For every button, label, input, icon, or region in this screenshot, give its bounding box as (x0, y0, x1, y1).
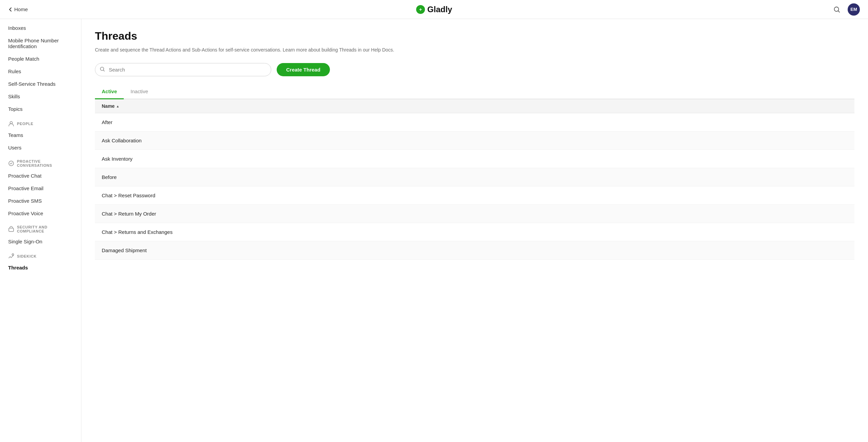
sidebar: Inboxes Mobile Phone Number Identificati… (0, 19, 81, 442)
search-icon (833, 6, 840, 13)
search-input-icon (100, 66, 105, 73)
sidebar-item-proactive-chat[interactable]: Proactive Chat (0, 169, 81, 182)
sidebar-item-mobile-phone[interactable]: Mobile Phone Number Identification (0, 34, 81, 53)
sidebar-item-rules[interactable]: Rules (0, 65, 81, 78)
layout: Inboxes Mobile Phone Number Identificati… (0, 19, 868, 442)
section-header-proactive: PROACTIVE CONVERSATIONS (0, 154, 81, 169)
top-nav-right: EM (831, 3, 860, 16)
table-row[interactable]: Chat > Return My Order (95, 205, 854, 223)
logo: + Gladly (416, 5, 452, 14)
main-content: Threads Create and sequence the Thread A… (81, 19, 868, 442)
logo-text: Gladly (427, 5, 452, 14)
create-thread-button[interactable]: Create Thread (277, 63, 330, 76)
table-row[interactable]: Chat > Reset Password (95, 186, 854, 205)
sort-arrow-icon: ▲ (116, 104, 119, 108)
top-nav: Home + Gladly EM (0, 0, 868, 19)
proactive-icon (8, 160, 14, 166)
content-card: Threads Create and sequence the Thread A… (81, 19, 868, 442)
sidebar-item-teams[interactable]: Teams (0, 129, 81, 141)
sidebar-item-people-match[interactable]: People Match (0, 53, 81, 65)
back-button[interactable]: Home (8, 6, 28, 12)
sidebar-item-proactive-email[interactable]: Proactive Email (0, 182, 81, 195)
search-wrapper (95, 63, 271, 76)
section-header-sidekick: SIDEKICK (0, 248, 81, 261)
svg-point-6 (12, 254, 14, 256)
sidebar-top-items: Inboxes Mobile Phone Number Identificati… (0, 22, 81, 115)
svg-rect-5 (9, 228, 14, 232)
sidekick-icon (8, 253, 14, 259)
global-search-button[interactable] (831, 4, 842, 15)
user-avatar[interactable]: EM (848, 3, 860, 16)
tab-active[interactable]: Active (95, 84, 124, 99)
sidebar-item-users[interactable]: Users (0, 141, 81, 154)
search-input[interactable] (95, 63, 271, 76)
back-label: Home (14, 6, 28, 12)
sidebar-item-threads[interactable]: Threads (0, 261, 81, 274)
person-icon (8, 121, 14, 127)
sidebar-item-inboxes[interactable]: Inboxes (0, 22, 81, 34)
security-icon (8, 226, 14, 232)
tabs: Active Inactive (95, 84, 854, 99)
sidebar-item-proactive-voice[interactable]: Proactive Voice (0, 207, 81, 220)
table-row[interactable]: Chat > Returns and Exchanges (95, 223, 854, 241)
table-header: Name ▲ (95, 99, 854, 113)
sidebar-item-self-service-threads[interactable]: Self-Service Threads (0, 78, 81, 90)
search-and-action: Create Thread (95, 63, 854, 76)
threads-list: AfterAsk CollaborationAsk InventoryBefor… (95, 113, 854, 260)
tab-inactive[interactable]: Inactive (124, 84, 155, 99)
page-description: Create and sequence the Thread Actions a… (95, 46, 854, 54)
sidebar-item-skills[interactable]: Skills (0, 90, 81, 103)
table-row[interactable]: After (95, 113, 854, 132)
sidebar-item-proactive-sms[interactable]: Proactive SMS (0, 195, 81, 207)
table-row[interactable]: Damaged Shipment (95, 241, 854, 260)
chevron-left-icon (8, 7, 13, 12)
page-title: Threads (95, 30, 854, 42)
table-row[interactable]: Before (95, 168, 854, 186)
sidebar-item-topics[interactable]: Topics (0, 103, 81, 115)
section-header-security: SECURITY AND COMPLIANCE (0, 220, 81, 235)
table-row[interactable]: Ask Collaboration (95, 132, 854, 150)
sidebar-item-single-sign-on[interactable]: Single Sign-On (0, 235, 81, 248)
table-row[interactable]: Ask Inventory (95, 150, 854, 168)
gladly-logo-icon: + (416, 5, 425, 14)
column-name-sort[interactable]: Name ▲ (102, 103, 119, 109)
section-header-people: PEOPLE (0, 115, 81, 129)
svg-text:+: + (419, 7, 422, 12)
